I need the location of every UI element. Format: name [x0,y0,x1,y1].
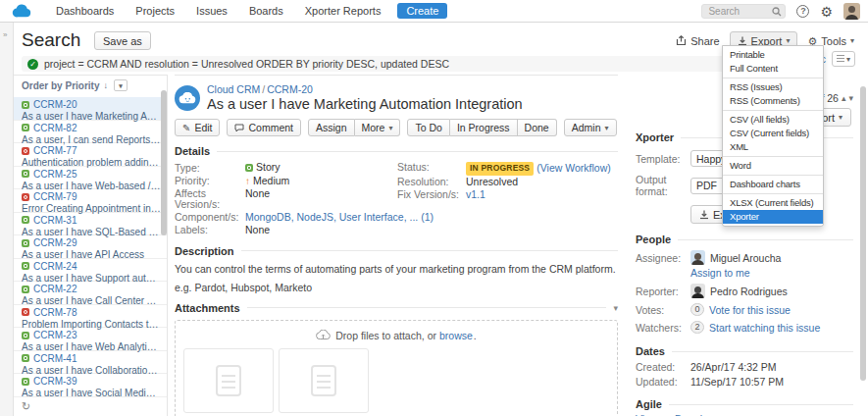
more-button[interactable]: More▾ [355,119,401,136]
components-links[interactable]: MongoDB, NodeJS, User Interface, ... (1) [245,212,434,224]
document-icon [216,365,241,396]
issue-list-item[interactable]: CCRM-79 Error Creating Appointment in Cl… [14,189,167,213]
nav-menu: Dashboards Projects Issues Boards Xporte… [45,0,391,22]
issue-list-item[interactable]: CCRM-24 As a user I have Support automat… [14,259,167,283]
issue-list-item[interactable]: CCRM-29 As a user I have API Access [14,235,167,259]
previous-issue-icon[interactable]: ▴ [842,93,846,103]
details-fields: Type: Story Priority: ↑Medium Affects Ve… [175,162,618,236]
breadcrumb-issue-link[interactable]: CCRM-20 [267,83,313,95]
gear-icon[interactable]: ⚙ [820,5,833,19]
in-progress-transition-button[interactable]: In Progress [450,119,518,136]
create-button[interactable]: Create [397,3,447,19]
download-icon [699,210,709,220]
attachment-dropzone[interactable]: Drop files to attach, or browse. ReportS… [175,320,618,416]
issue-summary: As a user I have SQL-Based Reporting Acc… [22,227,161,237]
issue-key: CCRM-31 [33,215,77,226]
labels-label: Labels: [175,225,245,236]
issue-key: CCRM-79 [33,191,77,202]
valid-query-check-icon: ✓ [27,59,38,70]
user-avatar[interactable] [843,3,860,20]
nav-menu-item[interactable]: Dashboards [45,0,125,22]
issue-list-item[interactable]: CCRM-78 Problem Importing Contacts to CR… [14,305,167,329]
issue-key: CCRM-23 [33,330,77,340]
issue-type-icon [22,332,29,339]
export-menu-item[interactable]: CSV (Current fields) [723,127,823,140]
issue-list-item[interactable]: CCRM-31 As a user I have SQL-Based Repor… [14,213,167,236]
watch-link[interactable]: Start watching this issue [709,322,820,334]
issue-key: CCRM-77 [33,145,77,156]
edit-button[interactable]: ✎ Edit [175,119,220,136]
jql-query-bar[interactable]: ✓ project = CCRM AND resolution = Unreso… [22,56,818,72]
order-by-dropdown-icon[interactable]: ▾ [114,79,128,91]
issue-list-item[interactable]: CCRM-39 As a user I have Social Media Ma… [14,374,167,397]
issue-list-item[interactable]: CCRM-77 Authentication problem adding Re… [14,143,167,167]
type-label: Type: [175,163,245,175]
export-menu-item[interactable]: XML [723,140,823,154]
export-menu-item[interactable]: RSS (Comments) [723,94,823,108]
breadcrumb-project-link[interactable]: Cloud CRM [207,83,260,95]
nav-menu-item[interactable]: Xporter Reports [294,0,392,22]
export-menu-item[interactable]: CSV (All fields) [723,110,823,127]
save-as-button[interactable]: Save as [94,31,151,50]
details-section-header: Details [175,145,618,157]
attachments-section-header: Attachments ▾ [175,302,618,314]
export-menu-item[interactable]: Full Content [723,62,823,76]
export-menu-item[interactable]: Xporter [723,210,823,224]
top-navbar: Dashboards Projects Issues Boards Xporte… [0,0,868,23]
todo-transition-button[interactable]: To Do [407,119,449,136]
share-button[interactable]: Share [676,35,719,47]
view-workflow-link[interactable]: (View Workflow) [536,163,610,175]
next-issue-icon[interactable]: ▾ [848,93,853,103]
comment-button[interactable]: Comment [227,119,301,136]
export-menu-item[interactable]: XLSX (Current fields) [723,193,823,210]
issue-list-item[interactable]: CCRM-20 As a user I have Marketing Autom… [14,97,167,121]
issue-list-item[interactable]: CCRM-41 As a user I have Collaboration s… [14,351,167,375]
layout-switcher-button[interactable]: ▾ [832,51,855,67]
app-logo-cloud-icon[interactable] [12,4,31,19]
assign-to-me-link[interactable]: Assign to me [690,267,750,279]
issue-summary: As a user I have Support automation [22,273,161,284]
export-menu-item[interactable]: Printable [723,48,823,62]
order-by-control[interactable]: Order by Priority ↓ ▾ [14,76,167,94]
export-dropdown-menu: Printable Full Content RSS (Issues) RSS … [722,45,824,227]
refresh-icon[interactable]: ↻ [22,400,30,413]
nav-menu-item[interactable]: Issues [185,0,238,22]
assignee-name[interactable]: Miguel Aroucha [710,252,781,264]
vote-link[interactable]: Vote for this issue [709,304,791,316]
attachment-thumbnail[interactable] [183,348,274,413]
nav-menu-item[interactable]: Boards [238,0,294,22]
page-scrollbar[interactable] [860,86,866,381]
nav-menu-item[interactable]: Projects [125,0,185,22]
attachment-card: ReportStartedProgress.pdf 07/Sep/17 11:1… [183,348,274,416]
done-transition-button[interactable]: Done [518,119,557,136]
assign-button[interactable]: Assign [308,119,355,136]
story-type-icon [245,164,253,172]
fix-version-link[interactable]: v1.1 [466,189,485,201]
issue-key: CCRM-22 [33,284,77,294]
issue-type-icon [22,147,29,155]
list-footer: ↻ [14,398,167,416]
attachment-cards: ReportStartedProgress.pdf 07/Sep/17 11:1… [183,348,369,416]
page-title: Search [22,29,80,51]
help-icon[interactable]: ? [796,5,809,18]
attachments-collapse-icon[interactable]: ▾ [613,303,618,313]
issue-title: As a user I have Marketing Automation In… [207,96,523,113]
issue-list-item[interactable]: CCRM-23 As a user I have Web Analytics I… [14,328,167,351]
admin-button[interactable]: Admin▾ [564,119,617,136]
issue-list-item[interactable]: CCRM-25 As a user I have Web-based / Clo… [14,167,167,190]
issue-type-icon [22,308,29,316]
issue-list-item[interactable]: CCRM-82 As a user, I can send Reports vi… [14,121,167,144]
expand-sidebar-icon[interactable]: » [3,30,7,39]
export-menu-item[interactable]: RSS (Issues) [723,78,823,94]
issue-detail-panel: Cloud CRM/CCRM-20 As a user I have Marke… [175,75,618,416]
export-menu-item[interactable]: Dashboard charts [723,175,823,191]
issue-list-item[interactable]: CCRM-22 As a user I have Call Center Aut… [14,282,167,305]
assignee-label: Assignee: [636,252,690,264]
export-menu-item[interactable]: Word [723,156,823,173]
issue-key: CCRM-20 [33,99,77,110]
reporter-name[interactable]: Pedro Rodrigues [710,286,788,297]
issue-key: CCRM-39 [33,376,77,387]
browse-link[interactable]: browse [439,330,473,341]
issue-summary: As a user I have Social Media Management… [22,388,161,398]
attachment-thumbnail[interactable] [279,348,369,413]
